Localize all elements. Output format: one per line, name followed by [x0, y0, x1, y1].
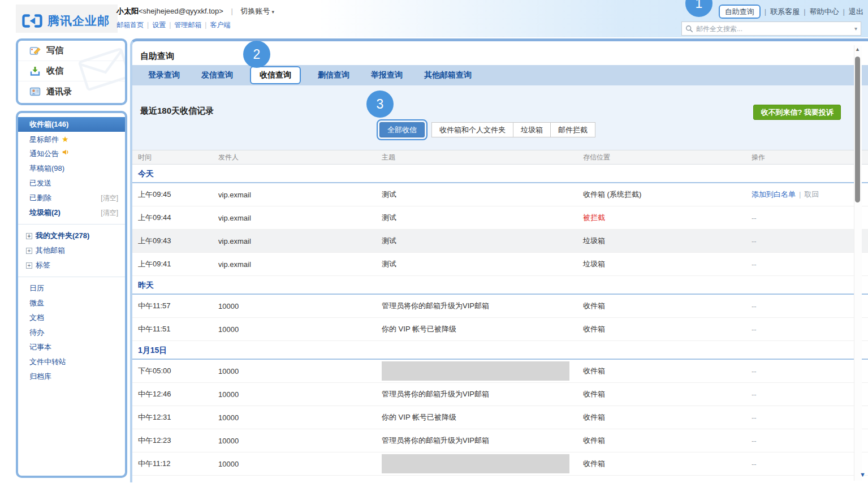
top-link-4[interactable]: 退出 — [849, 7, 863, 16]
app-shortcut[interactable]: 日历 — [18, 281, 125, 296]
chevron-down-icon: ▾ — [271, 9, 274, 15]
folder-label: 已删除 — [29, 193, 51, 202]
filter-button-3[interactable]: 垃圾箱 — [513, 122, 551, 137]
empty-folder-action[interactable]: [清空] — [101, 191, 118, 205]
expand-plus-icon[interactable]: + — [26, 262, 32, 269]
tab-6[interactable]: 其他邮箱查询 — [424, 70, 472, 80]
folder-item[interactable]: 已发送 — [18, 176, 125, 191]
logo-icon — [21, 13, 43, 29]
account-email: <shejhejeed@qyyxkf.top> — [139, 7, 223, 15]
separator: | — [765, 7, 766, 16]
cell-sender: 10000 — [218, 325, 382, 334]
cell-location: 收件箱 — [583, 366, 752, 376]
cell-subject — [382, 361, 583, 381]
sidebar-action-button[interactable]: 通讯录 — [18, 81, 125, 102]
scroll-up-icon[interactable]: ▲ — [855, 46, 860, 52]
cell-time: 上午09:41 — [132, 259, 218, 269]
folder-label: 已发送 — [29, 179, 51, 187]
cell-actions: -- — [752, 260, 868, 269]
cell-actions: -- — [752, 413, 868, 422]
folder-tree-item[interactable]: +标签 — [18, 258, 125, 273]
search-dropdown-caret-icon[interactable]: ▾ — [854, 25, 857, 32]
tab-5[interactable]: 举报查询 — [371, 70, 403, 80]
filter-button-2[interactable]: 收件箱和个人文件夹 — [431, 122, 513, 137]
folder-item[interactable]: 草稿箱(98) — [18, 161, 125, 176]
folder-item[interactable]: 通知公告 — [18, 146, 125, 161]
scrollbar-thumb[interactable] — [855, 57, 860, 202]
filter-button-group: 全部收信收件箱和个人文件夹垃圾箱邮件拦截 — [377, 119, 595, 140]
tab-2[interactable]: 发信查询 — [201, 70, 233, 80]
top-link-2[interactable]: 联系客服 — [770, 7, 800, 16]
cell-actions: -- — [752, 237, 868, 245]
table-row: 上午09:45vip.exmail测试收件箱 (系统拦截)添加到白名单|取回 — [132, 183, 868, 206]
folder-tree-item[interactable]: +我的文件夹(278) — [18, 228, 125, 243]
app-shortcut[interactable]: 文件中转站 — [18, 355, 125, 369]
cell-actions: -- — [752, 437, 868, 445]
cell-subject: 你的 VIP 帐号已被降级 — [382, 324, 583, 334]
cell-time: 上午09:45 — [132, 189, 218, 200]
separator: | — [205, 21, 206, 29]
sidebar-folders-panel: 收件箱(146)星标邮件★通知公告草稿箱(98)已发送已删除[清空]垃圾箱(2)… — [16, 111, 127, 478]
filter-button-1[interactable]: 全部收信 — [379, 122, 425, 137]
complain-button[interactable]: 收不到来信? 我要投诉 — [753, 105, 841, 120]
main-panel: 自助查询 登录查询发信查询收信查询删信查询举报查询其他邮箱查询 最近180天收信… — [130, 38, 868, 482]
app-shortcut[interactable]: 待办 — [18, 325, 125, 340]
cell-sender: vip.exmail — [218, 191, 382, 199]
expand-plus-icon[interactable]: + — [26, 248, 32, 254]
tab-1[interactable]: 登录查询 — [148, 70, 180, 80]
switch-account-link[interactable]: 切换账号 — [240, 7, 270, 15]
column-header: 发件人 — [218, 153, 382, 162]
nav-link-2[interactable]: 设置 — [152, 21, 166, 29]
folder-item[interactable]: 收件箱(146) — [18, 117, 125, 132]
cell-time: 中午11:57 — [132, 301, 218, 311]
cell-time: 中午12:31 — [132, 412, 218, 422]
mail-search-box[interactable]: ▾ — [681, 21, 861, 36]
table-row: 中午12:2310000管理员将你的邮箱升级为VIP邮箱收件箱-- — [132, 429, 868, 452]
app-shortcut[interactable]: 记事本 — [18, 340, 125, 355]
folder-item[interactable]: 星标邮件★ — [18, 132, 125, 146]
location-text: 收件箱 — [583, 301, 605, 310]
cell-sender: 10000 — [218, 437, 382, 445]
folder-item[interactable]: 垃圾箱(2)[清空] — [18, 205, 125, 220]
cell-actions: 添加到白名单|取回 — [752, 189, 868, 200]
top-link-3[interactable]: 帮助中心 — [810, 7, 839, 16]
no-action-placeholder: -- — [752, 325, 757, 334]
app-shortcut[interactable]: 归档库 — [18, 369, 125, 384]
app-shortcut[interactable]: 微盘 — [18, 296, 125, 310]
folder-tree-list: +我的文件夹(278)+其他邮箱+标签 — [18, 228, 125, 273]
date-group-header: 今天 — [132, 165, 868, 183]
search-input[interactable] — [696, 25, 854, 33]
folder-label: 星标邮件 — [29, 135, 59, 144]
sidebar-action-label: 通讯录 — [46, 87, 72, 97]
folder-tree-item[interactable]: +其他邮箱 — [18, 243, 125, 258]
self-service-query-link[interactable]: 自助查询 — [719, 5, 761, 19]
empty-folder-action[interactable]: [清空] — [101, 205, 118, 220]
cell-subject: 测试 — [382, 259, 583, 269]
tab-3[interactable]: 收信查询 — [250, 66, 301, 84]
nav-link-1[interactable]: 邮箱首页 — [116, 21, 144, 29]
folder-label: 垃圾箱(2) — [29, 208, 61, 217]
cell-time: 中午12:23 — [132, 435, 218, 446]
scroll-down-icon[interactable]: ▼ — [860, 471, 866, 478]
table-row: 中午12:4610000管理员将你的邮箱升级为VIP邮箱收件箱-- — [132, 383, 868, 406]
filter-button-4[interactable]: 邮件拦截 — [550, 122, 595, 137]
annotation-step-2: 2 — [243, 41, 270, 68]
sidebar-action-button[interactable]: 收信 — [18, 61, 125, 81]
row-action-link[interactable]: 添加到白名单 — [752, 190, 796, 199]
nav-link-3[interactable]: 管理邮箱 — [174, 21, 201, 29]
tab-4[interactable]: 删信查询 — [318, 70, 349, 80]
column-header: 时间 — [132, 153, 218, 162]
expand-plus-icon[interactable]: + — [26, 233, 32, 239]
table-row: 中午12:3110000你的 VIP 帐号已被降级收件箱-- — [132, 406, 868, 429]
app-shortcut[interactable]: 文档 — [18, 310, 125, 325]
cell-time: 中午11:51 — [132, 324, 218, 334]
exmail-page: 腾讯企业邮 小太阳<shejhejeed@qyyxkf.top> | 切换账号▾… — [0, 0, 868, 496]
folder-item[interactable]: 已删除[清空] — [18, 191, 125, 205]
nav-link-4[interactable]: 客户端 — [210, 21, 230, 29]
receive-icon — [29, 66, 41, 77]
cell-actions: -- — [752, 460, 868, 468]
query-toolbar: 最近180天收信记录 全部收信收件箱和个人文件夹垃圾箱邮件拦截 收不到来信? 我… — [132, 85, 868, 150]
sidebar-action-button[interactable]: 写信 — [18, 41, 125, 61]
cell-subject: 测试 — [382, 213, 583, 223]
speaker-icon — [62, 149, 70, 158]
